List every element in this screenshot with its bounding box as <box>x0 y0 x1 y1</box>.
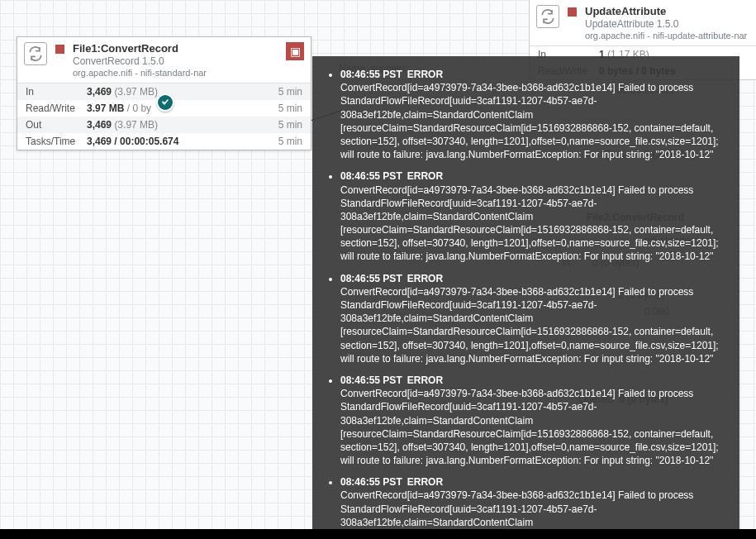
run-status-stopped-icon <box>55 45 64 54</box>
bulletin-indicator-button[interactable]: ▣ <box>286 42 304 60</box>
relationship-handle[interactable] <box>156 93 174 112</box>
bulletin-entry: 08:46:55 PSTERROR ConvertRecord[id=a4973… <box>340 272 725 365</box>
flow-canvas[interactable]: File1:ConvertRecord ConvertRecord 1.5.0 … <box>0 0 756 529</box>
processor-name: File1:ConvertRecord <box>73 42 286 55</box>
stat-row-taskstime: Tasks/Time 3,469 / 00:00:05.674 5 min <box>17 133 311 150</box>
bottom-bar <box>0 529 756 539</box>
bulletin-entry: 08:46:55 PSTERROR ConvertRecord[id=a4973… <box>340 68 725 161</box>
processor-type-icon <box>24 42 47 65</box>
processor-card-convertrecord[interactable]: File1:ConvertRecord ConvertRecord 1.5.0 … <box>17 36 311 150</box>
processor-type: UpdateAttribute 1.5.0 <box>585 18 749 31</box>
processor-type-icon <box>536 5 559 28</box>
bulletin-entry: 08:46:55 PSTERROR ConvertRecord[id=a4973… <box>340 374 725 467</box>
bulletin-entry: 08:46:55 PSTERROR ConvertRecord[id=a4973… <box>340 169 725 263</box>
processor-bundle: org.apache.nifi - nifi-update-attribute-… <box>585 31 749 42</box>
processor-title-block: UpdateAttribute UpdateAttribute 1.5.0 or… <box>585 5 749 42</box>
run-status-stopped-icon <box>568 7 577 17</box>
processor-header: File1:ConvertRecord ConvertRecord 1.5.0 … <box>17 37 311 83</box>
processor-type: ConvertRecord 1.5.0 <box>73 55 286 68</box>
bulletin-tooltip: 08:46:55 PSTERROR ConvertRecord[id=a4973… <box>312 56 739 536</box>
stat-row-out: Out 3,469 (3.97 MB) 5 min <box>17 117 311 133</box>
processor-title-block: File1:ConvertRecord ConvertRecord 1.5.0 … <box>73 42 286 79</box>
processor-name: UpdateAttribute <box>585 5 749 18</box>
bulletin-icon: ▣ <box>290 45 301 57</box>
processor-bundle: org.apache.nifi - nifi-standard-nar <box>73 68 286 79</box>
